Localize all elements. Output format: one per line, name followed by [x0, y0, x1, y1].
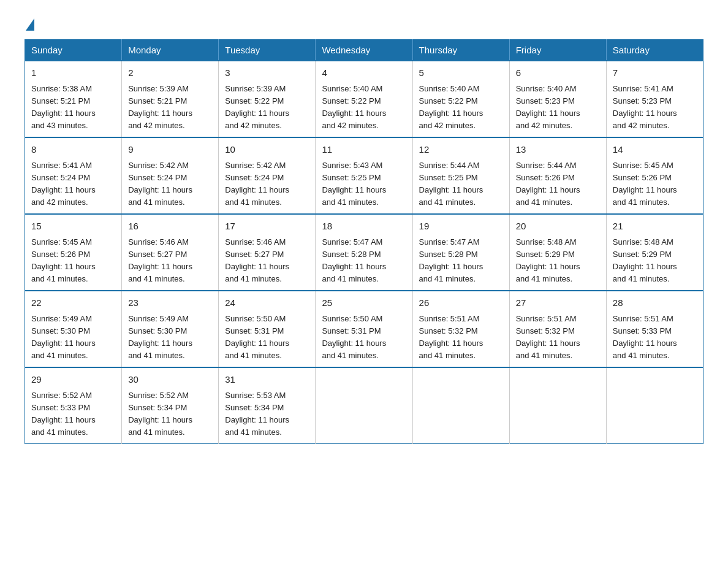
day-info: Sunrise: 5:48 AMSunset: 5:29 PMDaylight:…	[613, 237, 677, 283]
calendar-cell: 2 Sunrise: 5:39 AMSunset: 5:21 PMDayligh…	[122, 61, 219, 137]
day-number: 4	[322, 66, 406, 80]
day-number: 22	[31, 296, 115, 310]
calendar-cell: 22 Sunrise: 5:49 AMSunset: 5:30 PMDaylig…	[25, 291, 122, 367]
day-number: 8	[31, 143, 115, 157]
day-number: 1	[31, 66, 115, 80]
calendar-cell: 28 Sunrise: 5:51 AMSunset: 5:33 PMDaylig…	[606, 291, 703, 367]
calendar-cell: 20 Sunrise: 5:48 AMSunset: 5:29 PMDaylig…	[509, 214, 606, 291]
calendar-week-row: 22 Sunrise: 5:49 AMSunset: 5:30 PMDaylig…	[25, 291, 703, 367]
weekday-header-thursday: Thursday	[412, 40, 509, 61]
day-info: Sunrise: 5:46 AMSunset: 5:27 PMDaylight:…	[225, 237, 289, 283]
calendar-cell: 3 Sunrise: 5:39 AMSunset: 5:22 PMDayligh…	[219, 61, 316, 137]
calendar-cell: 8 Sunrise: 5:41 AMSunset: 5:24 PMDayligh…	[25, 137, 122, 214]
day-info: Sunrise: 5:50 AMSunset: 5:31 PMDaylight:…	[322, 314, 386, 360]
day-info: Sunrise: 5:44 AMSunset: 5:25 PMDaylight:…	[419, 161, 483, 207]
calendar-cell: 27 Sunrise: 5:51 AMSunset: 5:32 PMDaylig…	[509, 291, 606, 367]
calendar-cell: 30 Sunrise: 5:52 AMSunset: 5:34 PMDaylig…	[122, 367, 219, 444]
day-number: 18	[322, 220, 406, 234]
day-number: 13	[516, 143, 600, 157]
weekday-header-row: SundayMondayTuesdayWednesdayThursdayFrid…	[25, 40, 703, 61]
logo	[25, 18, 36, 27]
day-number: 16	[128, 220, 212, 234]
day-info: Sunrise: 5:49 AMSunset: 5:30 PMDaylight:…	[128, 314, 192, 360]
calendar-cell: 6 Sunrise: 5:40 AMSunset: 5:23 PMDayligh…	[509, 61, 606, 137]
calendar-week-row: 8 Sunrise: 5:41 AMSunset: 5:24 PMDayligh…	[25, 137, 703, 214]
day-info: Sunrise: 5:40 AMSunset: 5:23 PMDaylight:…	[516, 84, 580, 130]
calendar-week-row: 15 Sunrise: 5:45 AMSunset: 5:26 PMDaylig…	[25, 214, 703, 291]
day-number: 7	[613, 66, 697, 80]
day-info: Sunrise: 5:47 AMSunset: 5:28 PMDaylight:…	[322, 237, 386, 283]
day-number: 31	[225, 373, 309, 387]
calendar-week-row: 29 Sunrise: 5:52 AMSunset: 5:33 PMDaylig…	[25, 367, 703, 444]
day-number: 3	[225, 66, 309, 80]
weekday-header-friday: Friday	[509, 40, 606, 61]
calendar-cell: 18 Sunrise: 5:47 AMSunset: 5:28 PMDaylig…	[316, 214, 412, 291]
day-info: Sunrise: 5:45 AMSunset: 5:26 PMDaylight:…	[31, 237, 96, 283]
day-number: 24	[225, 296, 309, 310]
calendar-week-row: 1 Sunrise: 5:38 AMSunset: 5:21 PMDayligh…	[25, 61, 703, 137]
calendar-cell: 19 Sunrise: 5:47 AMSunset: 5:28 PMDaylig…	[412, 214, 509, 291]
calendar-cell: 17 Sunrise: 5:46 AMSunset: 5:27 PMDaylig…	[219, 214, 316, 291]
day-number: 29	[31, 373, 115, 387]
day-info: Sunrise: 5:49 AMSunset: 5:30 PMDaylight:…	[31, 314, 96, 360]
calendar-cell: 1 Sunrise: 5:38 AMSunset: 5:21 PMDayligh…	[25, 61, 122, 137]
day-number: 26	[419, 296, 503, 310]
day-info: Sunrise: 5:39 AMSunset: 5:21 PMDaylight:…	[128, 84, 192, 130]
day-info: Sunrise: 5:41 AMSunset: 5:23 PMDaylight:…	[613, 84, 677, 130]
day-info: Sunrise: 5:53 AMSunset: 5:34 PMDaylight:…	[225, 391, 289, 437]
weekday-header-saturday: Saturday	[606, 40, 703, 61]
day-number: 25	[322, 296, 406, 310]
day-info: Sunrise: 5:51 AMSunset: 5:32 PMDaylight:…	[419, 314, 483, 360]
day-number: 28	[613, 296, 697, 310]
day-number: 30	[128, 373, 212, 387]
day-info: Sunrise: 5:45 AMSunset: 5:26 PMDaylight:…	[613, 161, 677, 207]
calendar-cell: 13 Sunrise: 5:44 AMSunset: 5:26 PMDaylig…	[509, 137, 606, 214]
day-number: 5	[419, 66, 503, 80]
day-info: Sunrise: 5:46 AMSunset: 5:27 PMDaylight:…	[128, 237, 192, 283]
calendar-cell: 14 Sunrise: 5:45 AMSunset: 5:26 PMDaylig…	[606, 137, 703, 214]
day-number: 20	[516, 220, 600, 234]
calendar-cell: 11 Sunrise: 5:43 AMSunset: 5:25 PMDaylig…	[316, 137, 412, 214]
calendar-cell: 31 Sunrise: 5:53 AMSunset: 5:34 PMDaylig…	[219, 367, 316, 444]
calendar-cell	[412, 367, 509, 444]
day-number: 11	[322, 143, 406, 157]
calendar-cell: 16 Sunrise: 5:46 AMSunset: 5:27 PMDaylig…	[122, 214, 219, 291]
calendar-cell	[316, 367, 412, 444]
day-info: Sunrise: 5:38 AMSunset: 5:21 PMDaylight:…	[31, 84, 96, 130]
day-number: 17	[225, 220, 309, 234]
weekday-header-sunday: Sunday	[25, 40, 122, 61]
weekday-header-tuesday: Tuesday	[219, 40, 316, 61]
day-info: Sunrise: 5:48 AMSunset: 5:29 PMDaylight:…	[516, 237, 580, 283]
day-info: Sunrise: 5:39 AMSunset: 5:22 PMDaylight:…	[225, 84, 289, 130]
calendar-cell: 15 Sunrise: 5:45 AMSunset: 5:26 PMDaylig…	[25, 214, 122, 291]
calendar-cell: 5 Sunrise: 5:40 AMSunset: 5:22 PMDayligh…	[412, 61, 509, 137]
day-number: 6	[516, 66, 600, 80]
day-info: Sunrise: 5:42 AMSunset: 5:24 PMDaylight:…	[225, 161, 289, 207]
day-number: 15	[31, 220, 115, 234]
day-info: Sunrise: 5:51 AMSunset: 5:32 PMDaylight:…	[516, 314, 580, 360]
day-number: 12	[419, 143, 503, 157]
day-info: Sunrise: 5:44 AMSunset: 5:26 PMDaylight:…	[516, 161, 580, 207]
day-number: 27	[516, 296, 600, 310]
calendar-body: 1 Sunrise: 5:38 AMSunset: 5:21 PMDayligh…	[25, 61, 703, 444]
day-number: 21	[613, 220, 697, 234]
day-info: Sunrise: 5:52 AMSunset: 5:34 PMDaylight:…	[128, 391, 192, 437]
calendar-cell	[606, 367, 703, 444]
day-info: Sunrise: 5:47 AMSunset: 5:28 PMDaylight:…	[419, 237, 483, 283]
day-info: Sunrise: 5:40 AMSunset: 5:22 PMDaylight:…	[419, 84, 483, 130]
day-info: Sunrise: 5:42 AMSunset: 5:24 PMDaylight:…	[128, 161, 192, 207]
calendar-cell: 7 Sunrise: 5:41 AMSunset: 5:23 PMDayligh…	[606, 61, 703, 137]
calendar-cell: 23 Sunrise: 5:49 AMSunset: 5:30 PMDaylig…	[122, 291, 219, 367]
calendar-cell: 12 Sunrise: 5:44 AMSunset: 5:25 PMDaylig…	[412, 137, 509, 214]
logo-text	[25, 18, 36, 31]
calendar-cell: 4 Sunrise: 5:40 AMSunset: 5:22 PMDayligh…	[316, 61, 412, 137]
calendar-cell	[509, 367, 606, 444]
day-number: 23	[128, 296, 212, 310]
day-number: 14	[613, 143, 697, 157]
day-number: 19	[419, 220, 503, 234]
calendar-cell: 25 Sunrise: 5:50 AMSunset: 5:31 PMDaylig…	[316, 291, 412, 367]
calendar-cell: 26 Sunrise: 5:51 AMSunset: 5:32 PMDaylig…	[412, 291, 509, 367]
weekday-header-wednesday: Wednesday	[316, 40, 412, 61]
weekday-header-monday: Monday	[122, 40, 219, 61]
calendar-cell: 9 Sunrise: 5:42 AMSunset: 5:24 PMDayligh…	[122, 137, 219, 214]
